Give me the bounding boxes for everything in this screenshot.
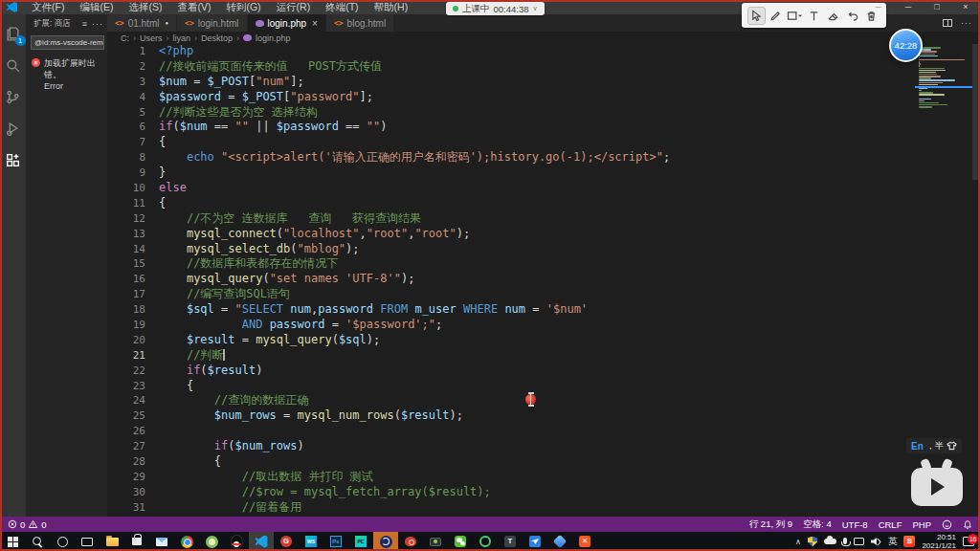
minimize-button[interactable]: ─: [894, 0, 923, 14]
defender-shield-icon[interactable]: [808, 537, 817, 547]
display-icon[interactable]: [854, 538, 864, 545]
taskbar-browser-360[interactable]: [199, 532, 224, 551]
ime-status-bar[interactable]: En ，半: [906, 438, 962, 453]
breadcrumb-item[interactable]: liyan: [173, 33, 191, 43]
php-icon: [256, 20, 264, 27]
taskbar-webstorm[interactable]: [299, 532, 323, 551]
text-tool-button[interactable]: [806, 8, 822, 24]
recording-timer-pill[interactable]: 上课中 00:44:38 ∨: [446, 2, 545, 15]
taskbar-qq[interactable]: [224, 532, 249, 551]
extensions-search-input[interactable]: @id:ms-vscode-remote.: [31, 35, 104, 50]
undo-tool-button[interactable]: [844, 8, 860, 24]
chevron-down-icon[interactable]: ∨: [532, 5, 537, 12]
eraser-tool-button[interactable]: [825, 8, 841, 24]
tab-login.html[interactable]: <>login.html: [177, 14, 247, 32]
action-center-icon[interactable]: 16: [963, 537, 974, 546]
code-token: "localhost": [283, 227, 359, 240]
minimap-line: [919, 55, 938, 56]
recorder-bubble[interactable]: 42:28: [889, 29, 923, 62]
taskbar-store[interactable]: [124, 532, 149, 551]
taskbar-camera-app[interactable]: [423, 532, 448, 551]
taskbar-file-explorer[interactable]: [100, 532, 124, 551]
taskbar-blue-diamond-app[interactable]: [547, 532, 572, 551]
taskbar-pycharm[interactable]: [348, 532, 373, 551]
taskbar-cortana[interactable]: [50, 532, 75, 551]
breadcrumb-item[interactable]: Users: [140, 33, 163, 43]
menu-item[interactable]: 运行(R): [269, 0, 319, 14]
taskbar-vscode[interactable]: [249, 532, 274, 551]
breadcrumb-item[interactable]: C:: [121, 33, 129, 43]
code-token: '$password';": [345, 318, 435, 331]
select-tool-button[interactable]: [748, 8, 765, 24]
toolbar-minimize-icon[interactable]: ─: [876, 2, 881, 11]
menu-item[interactable]: 终端(T): [318, 0, 366, 14]
taskbar-photoshop[interactable]: [323, 532, 348, 551]
menu-item[interactable]: 帮助(H): [367, 0, 416, 14]
line-number: 17: [107, 287, 145, 302]
tab-bar-tabs: <>01.html●<>login.htmllogin.php×<>blog.h…: [107, 14, 394, 32]
cloud-icon[interactable]: [824, 539, 836, 544]
input-language-indicator[interactable]: 英: [888, 536, 898, 548]
shape-tool-button[interactable]: [787, 8, 803, 24]
language-mode[interactable]: PHP: [912, 519, 931, 530]
more-actions-icon[interactable]: ···: [92, 19, 103, 29]
microphone-icon[interactable]: [843, 538, 847, 544]
indentation[interactable]: 空格: 4: [803, 518, 832, 531]
tray-chevron-up-icon[interactable]: ∧: [795, 538, 801, 546]
taskbar-orange-x-app[interactable]: [572, 532, 597, 551]
ime-skin-icon[interactable]: [947, 437, 957, 454]
wechat-icon: [455, 536, 466, 547]
feedback-smiley-icon[interactable]: [942, 519, 952, 530]
sidebar-item-explorer[interactable]: 1: [2, 23, 25, 44]
volume-icon[interactable]: [871, 537, 881, 546]
taskbar-search[interactable]: [25, 532, 50, 551]
encoding[interactable]: UTF-8: [842, 519, 868, 530]
sidebar-item-search[interactable]: [2, 55, 25, 76]
search-icon: [5, 57, 21, 74]
taskbar-start[interactable]: [0, 532, 25, 551]
close-tab-icon[interactable]: ×: [312, 18, 318, 29]
code-token: "set names 'UTF-8'": [270, 272, 401, 285]
sidebar-item-source-control[interactable]: [2, 86, 25, 107]
taskbar-wechat[interactable]: [448, 532, 473, 551]
code-token: mysql_num_rows: [298, 408, 394, 422]
taskbar-green-circle-app[interactable]: [473, 532, 498, 551]
breadcrumb[interactable]: C:›Users›liyan›Desktop›login.php: [107, 32, 980, 44]
pen-tool-button[interactable]: [768, 8, 784, 24]
notifications-bell-icon[interactable]: [963, 519, 972, 530]
menu-item[interactable]: 选择(S): [121, 0, 169, 14]
menu-item[interactable]: 转到(G): [218, 0, 268, 14]
minimap[interactable]: [919, 45, 970, 108]
tab-login.php[interactable]: login.php×: [248, 14, 326, 32]
sidebar-item-extensions[interactable]: [2, 149, 25, 170]
menu-item[interactable]: 文件(F): [24, 0, 72, 14]
taskbar-screen-recorder[interactable]: [373, 532, 398, 551]
taskbar-task-view[interactable]: [75, 532, 100, 551]
taskbar-blue-v-app[interactable]: [523, 532, 547, 551]
menu-item[interactable]: 查看(V): [169, 0, 218, 14]
tab-blog.html[interactable]: <>blog.html: [326, 14, 394, 32]
sogou-ime-icon[interactable]: [903, 536, 915, 547]
eol-sequence[interactable]: CRLF: [879, 519, 902, 530]
split-editor-icon[interactable]: [943, 19, 952, 27]
taskbar-red-snail-app[interactable]: [398, 532, 423, 551]
sidebar-item-run-debug[interactable]: [2, 118, 25, 139]
taskbar-t-app[interactable]: [498, 532, 523, 551]
code-editor[interactable]: 1<?php2//接收前端页面传来的值 POST方式传值3$num = $_PO…: [107, 44, 980, 517]
code-token: (: [277, 227, 283, 240]
filter-icon[interactable]: ≡: [82, 19, 87, 29]
close-button[interactable]: ×: [951, 0, 980, 14]
maximize-button[interactable]: □: [923, 0, 951, 14]
taskbar-red-g-app[interactable]: [274, 532, 299, 551]
breadcrumb-item[interactable]: login.php: [256, 33, 291, 43]
more-actions-icon[interactable]: ···: [961, 18, 972, 28]
cursor-position[interactable]: 行 21, 列 9: [749, 518, 792, 531]
menu-item[interactable]: 编辑(E): [72, 0, 121, 14]
tab-01.html[interactable]: <>01.html●: [107, 14, 177, 32]
taskbar-chrome[interactable]: [174, 532, 199, 551]
taskbar-clock[interactable]: 20:51 2021/1/21: [922, 533, 956, 550]
taskbar-mail[interactable]: [149, 532, 174, 551]
breadcrumb-item[interactable]: Desktop: [201, 33, 233, 43]
editor-scrollbar[interactable]: [972, 44, 980, 180]
problems-indicator[interactable]: 0 0: [8, 519, 47, 530]
